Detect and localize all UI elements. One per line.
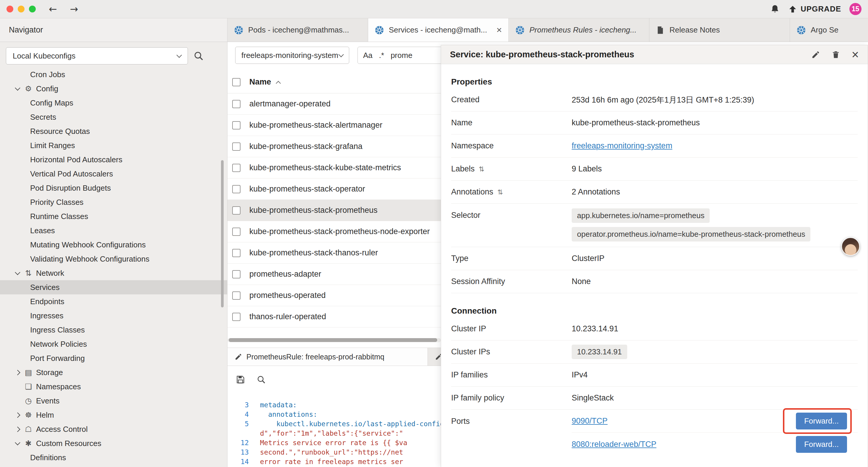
sidebar-item-vertical-pod-autoscalers[interactable]: Vertical Pod Autoscalers xyxy=(0,167,227,181)
sidebar-item-helm[interactable]: ☸Helm xyxy=(0,408,227,422)
sidebar-item-storage[interactable]: ▤Storage xyxy=(0,365,227,380)
sidebar-item-priority-classes[interactable]: Priority Classes xyxy=(0,195,227,209)
tab-prometheus-rules[interactable]: Prometheus Rules - icecheng... xyxy=(509,18,649,42)
sidebar-item-custom-resources[interactable]: ✱Custom Resources xyxy=(0,436,227,450)
property-label: IP families xyxy=(451,370,572,380)
user-avatar[interactable] xyxy=(841,237,860,256)
dock-tab-prometheusrule[interactable]: PrometheusRule: freeleaps-prod-rabbitmq xyxy=(227,348,428,366)
property-row-selector: Selector app.kubernetes.io/name=promethe… xyxy=(451,204,858,247)
row-checkbox[interactable] xyxy=(232,206,241,214)
expand-toggle-icon[interactable]: ⇅ xyxy=(498,188,503,196)
forward-button[interactable]: Forward... xyxy=(796,413,847,430)
namespace-link[interactable]: freeleaps-monitoring-system xyxy=(572,141,673,150)
sidebar-item-definitions[interactable]: Definitions xyxy=(0,450,227,465)
sidebar-item-validating-webhook-configurations[interactable]: Validating Webhook Configurations xyxy=(0,252,227,266)
name-column-header[interactable]: Name xyxy=(249,78,271,87)
match-case-toggle[interactable]: Aa xyxy=(363,51,373,60)
navigator-panel-header: Navigator xyxy=(0,18,227,42)
sidebar-item-network[interactable]: ⇅Network xyxy=(0,266,227,280)
close-drawer-icon[interactable]: × xyxy=(851,49,859,61)
notifications-bell-icon[interactable] xyxy=(770,4,780,14)
sidebar-item-config[interactable]: ⚙Config xyxy=(0,82,227,96)
row-checkbox[interactable] xyxy=(232,121,241,129)
back-button[interactable]: ← xyxy=(49,0,57,18)
row-checkbox[interactable] xyxy=(232,185,241,193)
sidebar-item-namespaces[interactable]: ❏Namespaces xyxy=(0,380,227,394)
minimize-window-button[interactable] xyxy=(18,6,25,12)
expand-toggle-icon[interactable]: ⇅ xyxy=(479,165,485,173)
port-link[interactable]: 9090/TCP xyxy=(572,416,608,426)
sort-ascending-icon[interactable] xyxy=(276,81,281,86)
maximize-window-button[interactable] xyxy=(29,6,36,12)
delete-trash-icon[interactable] xyxy=(831,50,840,59)
sidebar-item-label: Helm xyxy=(36,411,54,420)
sidebar-item-port-forwarding[interactable]: Port Forwarding xyxy=(0,351,227,365)
custom-resources-icon: ✱ xyxy=(23,439,34,448)
row-checkbox[interactable] xyxy=(232,270,241,279)
sidebar-item-label: Pod Disruption Budgets xyxy=(30,183,111,193)
edit-pencil-icon[interactable] xyxy=(811,50,820,59)
tab-services[interactable]: Services - icecheng@math... × xyxy=(368,18,509,42)
shield-icon: ☖ xyxy=(23,425,34,434)
sidebar-item-horizontal-pod-autoscalers[interactable]: Horizontal Pod Autoscalers xyxy=(0,152,227,167)
property-label: Created xyxy=(451,95,572,104)
connection-heading: Connection xyxy=(451,306,858,316)
horizontal-scrollbar-thumb[interactable] xyxy=(229,338,437,342)
drawer-title: Service: kube-prometheus-stack-prometheu… xyxy=(450,50,811,59)
sidebar-item-leases[interactable]: Leases xyxy=(0,224,227,238)
editor-search-icon[interactable] xyxy=(256,375,266,384)
property-row-ip-families: IP families IPv4 xyxy=(451,363,858,387)
sidebar-item-services[interactable]: Services xyxy=(0,280,227,294)
forward-button[interactable]: Forward... xyxy=(796,436,847,453)
port-link[interactable]: 8080:reloader-web/TCP xyxy=(572,440,656,449)
sidebar-item-ingress-classes[interactable]: Ingress Classes xyxy=(0,323,227,337)
tab-release-notes[interactable]: Release Notes xyxy=(649,18,790,42)
sidebar-item-limit-ranges[interactable]: Limit Ranges xyxy=(0,138,227,152)
cluster-ip-badge: 10.233.14.91 xyxy=(572,345,627,359)
line-number: 14 xyxy=(227,457,260,466)
sidebar-item-endpoints[interactable]: Endpoints xyxy=(0,294,227,309)
config-icon: ⚙ xyxy=(23,84,34,93)
row-checkbox[interactable] xyxy=(232,143,241,151)
sidebar-item-resource-quotas[interactable]: Resource Quotas xyxy=(0,124,227,138)
sidebar-item-runtime-classes[interactable]: Runtime Classes xyxy=(0,209,227,224)
row-checkbox[interactable] xyxy=(232,291,241,300)
close-tab-icon[interactable]: × xyxy=(496,25,502,35)
sidebar-item-label: Services xyxy=(30,283,60,292)
property-label: Annotations xyxy=(451,187,493,197)
row-checkbox[interactable] xyxy=(232,100,241,108)
save-button[interactable] xyxy=(236,375,245,384)
sidebar-item-cron-jobs[interactable]: Cron Jobs xyxy=(0,67,227,82)
sidebar-item-mutating-webhook-configurations[interactable]: Mutating Webhook Configurations xyxy=(0,238,227,252)
sidebar-item-config-maps[interactable]: Config Maps xyxy=(0,96,227,110)
namespace-filter-select[interactable]: freeleaps-monitoring-system xyxy=(235,47,349,64)
tab-argo[interactable]: Argo Se xyxy=(790,18,868,42)
forward-nav-button[interactable]: → xyxy=(70,0,78,18)
sidebar-item-events[interactable]: ◷Events xyxy=(0,394,227,408)
notification-count-badge[interactable]: 15 xyxy=(849,3,862,15)
sidebar-item-secrets[interactable]: Secrets xyxy=(0,110,227,124)
kubernetes-cluster-icon xyxy=(375,25,384,35)
property-value: ClusterIP xyxy=(572,254,858,263)
regex-toggle[interactable]: .* xyxy=(379,51,384,60)
row-checkbox[interactable] xyxy=(232,164,241,172)
sidebar-item-network-policies[interactable]: Network Policies xyxy=(0,337,227,351)
kubeconfig-selector[interactable]: Local Kubeconfigs xyxy=(6,47,188,64)
close-window-button[interactable] xyxy=(6,6,13,12)
row-checkbox[interactable] xyxy=(232,313,241,321)
sidebar-item-ingresses[interactable]: Ingresses xyxy=(0,309,227,323)
upgrade-button[interactable]: UPGRADE xyxy=(788,4,841,13)
sidebar-item-pod-disruption-budgets[interactable]: Pod Disruption Budgets xyxy=(0,181,227,195)
sidebar-item-access-control[interactable]: ☖Access Control xyxy=(0,422,227,436)
tab-label: Pods - icecheng@mathmas... xyxy=(248,25,361,35)
select-all-checkbox[interactable] xyxy=(232,78,241,86)
horizontal-scrollbar[interactable] xyxy=(227,338,441,342)
property-label: Session Affinity xyxy=(451,277,572,286)
row-checkbox[interactable] xyxy=(232,228,241,236)
property-row-ip-family-policy: IP family policy SingleStack xyxy=(451,387,858,410)
events-clock-icon: ◷ xyxy=(23,396,34,405)
tab-pods[interactable]: Pods - icecheng@mathmas... xyxy=(227,18,368,42)
row-checkbox[interactable] xyxy=(232,249,241,257)
sidebar-search-icon[interactable] xyxy=(193,51,204,61)
sidebar-scrollbar[interactable] xyxy=(221,160,224,308)
